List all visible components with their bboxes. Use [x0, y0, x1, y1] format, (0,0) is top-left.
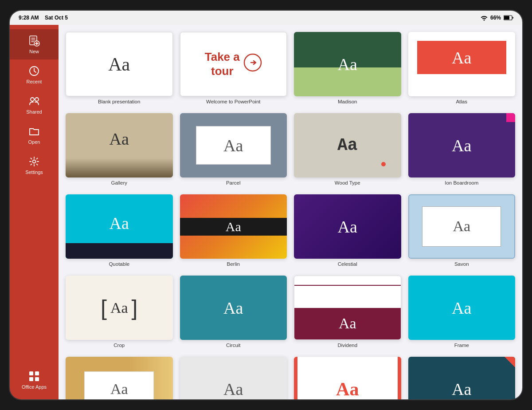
template-thumb-celestial: Aa [294, 194, 401, 259]
office-apps-label: Office Apps [22, 384, 47, 390]
sidebar-item-new[interactable]: New [10, 29, 59, 59]
date-display: Sat Oct 5 [45, 15, 68, 21]
template-label-dividend: Dividend [337, 343, 357, 348]
template-gallery[interactable]: Aa Gallery [66, 113, 173, 185]
shared-icon [28, 95, 40, 107]
template-label-parcel: Parcel [226, 180, 241, 185]
sidebar-item-shared[interactable]: Shared [10, 90, 59, 120]
template-main-event[interactable]: Aa Main Event [294, 357, 401, 399]
recent-icon [28, 65, 40, 77]
template-label-tour: Welcome to PowerPoint [206, 99, 261, 104]
new-icon [28, 35, 40, 47]
template-woodtype[interactable]: Aa Wood Type [294, 113, 401, 185]
template-thumb-parcel: Aa [180, 113, 287, 177]
template-thumb-tour: Take atour [180, 32, 287, 96]
office-apps-button[interactable]: Office Apps [10, 365, 59, 395]
template-thumb-berlin: Aa [180, 194, 287, 259]
template-thumb-ion-boardroom: Aa [408, 113, 516, 177]
svg-point-7 [33, 160, 36, 163]
template-berlin[interactable]: Aa Berlin [180, 194, 287, 267]
template-thumb-quotable: Aa [66, 194, 173, 259]
template-thumb-droplet: Aa [180, 357, 287, 399]
template-ion-boardroom[interactable]: Aa Ion Boardroom [408, 113, 516, 185]
ipad-device: 9:28 AM Sat Oct 5 66% [9, 10, 523, 400]
svg-rect-1 [504, 16, 509, 20]
sidebar-bottom: Office Apps [10, 365, 59, 395]
templates-grid: Aa Blank presentation Take atour [66, 32, 515, 399]
template-thumb-circuit: Aa [180, 276, 287, 340]
template-label-crop: Crop [113, 343, 125, 348]
app-container: New Recent Shared [10, 25, 522, 399]
template-thumb-ion: Aa [408, 357, 516, 399]
template-thumb-frame: Aa [408, 276, 516, 340]
main-content: Aa Blank presentation Take atour [59, 25, 522, 399]
template-organic[interactable]: Aa Organic [66, 357, 173, 399]
template-thumb-gallery: Aa [66, 113, 173, 177]
template-atlas[interactable]: Aa Atlas [408, 32, 516, 104]
template-crop[interactable]: [ Aa ] Crop [66, 276, 173, 348]
template-label-circuit: Circuit [226, 343, 241, 348]
battery-display: 66% [490, 15, 501, 21]
status-right: 66% [481, 15, 513, 21]
template-label-quotable: Quotable [109, 261, 129, 267]
svg-point-5 [31, 98, 34, 101]
sidebar-item-open-label: Open [28, 139, 40, 145]
template-thumb-woodtype: Aa [294, 113, 401, 177]
template-droplet[interactable]: Aa Droplet [180, 357, 287, 399]
time-display: 9:28 AM [19, 15, 39, 21]
template-label-atlas: Atlas [456, 99, 467, 104]
template-label-frame: Frame [454, 343, 469, 348]
status-bar: 9:28 AM Sat Oct 5 66% [10, 11, 522, 25]
template-label-ion-boardroom: Ion Boardroom [445, 180, 478, 185]
sidebar-item-recent[interactable]: Recent [10, 59, 59, 90]
svg-rect-11 [35, 377, 39, 381]
svg-rect-8 [29, 371, 33, 375]
sidebar-item-settings-label: Settings [25, 170, 43, 175]
template-thumb-organic: Aa [66, 357, 173, 399]
sidebar-item-shared-label: Shared [26, 109, 42, 114]
template-thumb-main-event: Aa [294, 357, 401, 399]
status-left: 9:28 AM Sat Oct 5 [19, 15, 68, 21]
template-thumb-crop: [ Aa ] [66, 276, 173, 340]
template-tour[interactable]: Take atour Welcome to PowerPoint [180, 32, 287, 104]
template-thumb-savon: Aa [408, 194, 516, 259]
template-label-madison: Madison [338, 99, 357, 104]
sidebar-item-new-label: New [29, 49, 39, 54]
template-circuit[interactable]: Aa Circuit [180, 276, 287, 348]
template-thumb-blank: Aa [66, 32, 173, 96]
template-thumb-atlas: Aa [408, 32, 516, 96]
template-blank[interactable]: Aa Blank presentation [66, 32, 173, 104]
template-dividend[interactable]: Aa Dividend [294, 276, 401, 348]
open-icon [28, 125, 40, 138]
settings-icon [28, 155, 40, 168]
template-quotable[interactable]: Aa Quotable [66, 194, 173, 267]
template-savon[interactable]: Aa Savon [408, 194, 516, 267]
template-label-blank: Blank presentation [98, 99, 140, 104]
template-label-woodtype: Wood Type [335, 180, 360, 185]
template-label-celestial: Celestial [338, 261, 357, 267]
template-parcel[interactable]: Aa Parcel [180, 113, 287, 185]
svg-rect-10 [29, 377, 33, 381]
template-frame[interactable]: Aa Frame [408, 276, 516, 348]
sidebar: New Recent Shared [10, 25, 59, 399]
office-apps-icon [28, 370, 40, 382]
svg-point-6 [35, 98, 39, 101]
template-label-berlin: Berlin [227, 261, 240, 267]
template-thumb-dividend: Aa [294, 276, 401, 340]
battery-icon [504, 15, 513, 20]
sidebar-item-recent-label: Recent [27, 79, 42, 84]
template-label-savon: Savon [454, 261, 469, 267]
template-thumb-madison: Aa [294, 32, 401, 96]
template-celestial[interactable]: Aa Celestial [294, 194, 401, 267]
template-madison[interactable]: Aa Madison [294, 32, 401, 104]
sidebar-item-open[interactable]: Open [10, 120, 59, 150]
template-label-gallery: Gallery [111, 180, 127, 185]
template-ion[interactable]: Aa Ion [408, 357, 516, 399]
sidebar-item-settings[interactable]: Settings [10, 150, 59, 180]
wifi-icon [481, 15, 488, 21]
svg-rect-9 [35, 371, 39, 375]
